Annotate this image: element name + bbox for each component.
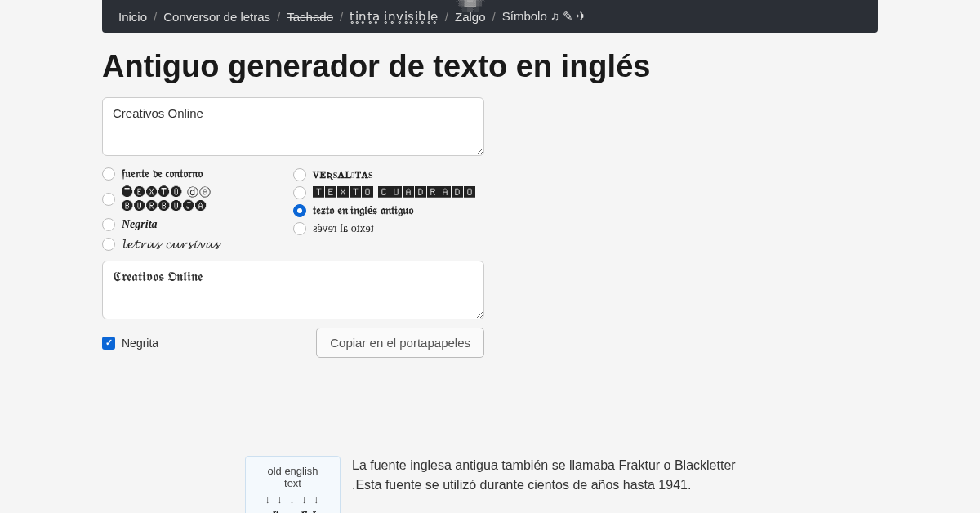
breadcrumb-sep: / <box>277 10 280 24</box>
breadcrumb-home[interactable]: Inicio <box>118 10 147 24</box>
radio-icon <box>293 222 306 235</box>
option-reverse[interactable]: texto al revés <box>293 222 484 235</box>
option-cursive[interactable]: 𝓵𝓮𝓽𝓻𝓪𝓼 𝓬𝓾𝓻𝓼𝓲𝓿𝓪𝓼 <box>102 236 293 252</box>
breadcrumb-symbol[interactable]: Símbolo ♫ ✎ ✈ <box>502 9 588 24</box>
breadcrumb-sep: / <box>445 10 448 24</box>
radio-icon <box>293 168 306 181</box>
breadcrumb-strike[interactable]: Tachado <box>287 10 333 24</box>
option-label: 🅣🅔🅧🅣🅞 ⓓⓔ 🅑🅤🅡🅑🅤🅙🅐 <box>122 185 293 213</box>
info-card-line3: 𝔬𝔩𝔡 𝔢𝔫𝔤𝔩𝔦𝔰𝔥 𝔱𝔢𝔵𝔱 <box>261 509 325 513</box>
info-text: La fuente inglesa antigua también se lla… <box>352 456 760 495</box>
breadcrumb-converter[interactable]: Conversor de letras <box>163 10 270 24</box>
options-col-2: ᴠᴇʀsᴀʟɪᴛᴀs 🆃🅴🆇🆃🅾 🅲🆄🅰🅳🆁🅰🅳🅾 𝔱𝔢𝔵𝔱𝔬 𝔢𝔫 𝔦𝔫𝔤𝔩é… <box>293 167 484 252</box>
info-section: old english text ↓ ↓ ↓ ↓ ↓ 𝔬𝔩𝔡 𝔢𝔫𝔤𝔩𝔦𝔰𝔥 𝔱… <box>245 456 878 513</box>
option-label: 🆃🅴🆇🆃🅾 🅲🆄🅰🅳🆁🅰🅳🅾 <box>313 186 476 199</box>
breadcrumb-invisible[interactable]: t̥i̥n̥t̥ḁ i̥n̥v̥i̥s̥i̥b̥l̥e̥ <box>350 9 439 24</box>
breadcrumb-zalgo[interactable]: Zalgo <box>455 10 486 24</box>
info-card-line1: old english text <box>261 465 325 489</box>
checkbox-label: Negrita <box>122 337 158 350</box>
output-controls: Negrita Copiar en el portapapeles <box>102 328 484 358</box>
option-label: Negrita <box>122 218 158 231</box>
option-label: 𝔣𝔲𝔢𝔫𝔱𝔢 𝔡𝔢 𝔠𝔬𝔫𝔱𝔬𝔯𝔫𝔬 <box>122 167 203 181</box>
breadcrumb-sep: / <box>340 10 343 24</box>
option-bold[interactable]: Negrita <box>102 218 293 231</box>
radio-icon <box>293 186 306 199</box>
checkbox-icon-checked <box>102 337 115 350</box>
radio-icon <box>102 193 115 206</box>
radio-icon <box>102 167 115 181</box>
zalgo-decoration: ░▒▓▒░▒▓▓▒░▒░ <box>455 0 486 10</box>
option-oldenglish[interactable]: 𝔱𝔢𝔵𝔱𝔬 𝔢𝔫 𝔦𝔫𝔤𝔩é𝔰 𝔞𝔫𝔱𝔦𝔤𝔲𝔬 <box>293 204 484 217</box>
bold-checkbox[interactable]: Negrita <box>102 337 158 350</box>
option-label: ᴠᴇʀsᴀʟɪᴛᴀs <box>313 167 373 181</box>
option-label: texto al revés <box>313 222 374 235</box>
info-card: old english text ↓ ↓ ↓ ↓ ↓ 𝔬𝔩𝔡 𝔢𝔫𝔤𝔩𝔦𝔰𝔥 𝔱… <box>245 456 341 513</box>
option-label: 𝓵𝓮𝓽𝓻𝓪𝓼 𝓬𝓾𝓻𝓼𝓲𝓿𝓪𝓼 <box>122 236 220 252</box>
option-square[interactable]: 🆃🅴🆇🆃🅾 🅲🆄🅰🅳🆁🅰🅳🅾 <box>293 186 484 199</box>
option-label: 𝔱𝔢𝔵𝔱𝔬 𝔢𝔫 𝔦𝔫𝔤𝔩é𝔰 𝔞𝔫𝔱𝔦𝔤𝔲𝔬 <box>313 204 413 217</box>
breadcrumb: Inicio / Conversor de letras / Tachado /… <box>118 9 588 24</box>
input-textarea[interactable] <box>102 97 484 156</box>
options-col-1: 𝔣𝔲𝔢𝔫𝔱𝔢 𝔡𝔢 𝔠𝔬𝔫𝔱𝔬𝔯𝔫𝔬 🅣🅔🅧🅣🅞 ⓓⓔ 🅑🅤🅡🅑🅤🅙🅐 Negr… <box>102 167 293 252</box>
breadcrumb-sep: / <box>154 10 157 24</box>
output-textarea[interactable] <box>102 261 484 319</box>
navbar: Inicio / Conversor de letras / Tachado /… <box>102 0 878 33</box>
options-group: 𝔣𝔲𝔢𝔫𝔱𝔢 𝔡𝔢 𝔠𝔬𝔫𝔱𝔬𝔯𝔫𝔬 🅣🅔🅧🅣🅞 ⓓⓔ 🅑🅤🅡🅑🅤🅙🅐 Negr… <box>102 167 878 252</box>
option-bubble[interactable]: 🅣🅔🅧🅣🅞 ⓓⓔ 🅑🅤🅡🅑🅤🅙🅐 <box>102 185 293 213</box>
breadcrumb-sep: / <box>492 10 496 24</box>
option-outline[interactable]: 𝔣𝔲𝔢𝔫𝔱𝔢 𝔡𝔢 𝔠𝔬𝔫𝔱𝔬𝔯𝔫𝔬 <box>102 167 293 181</box>
option-smallcaps[interactable]: ᴠᴇʀsᴀʟɪᴛᴀs <box>293 167 484 181</box>
page-title: Antiguo generador de texto en inglés <box>102 49 878 84</box>
info-card-arrows: ↓ ↓ ↓ ↓ ↓ <box>261 493 325 506</box>
radio-icon <box>102 238 115 251</box>
radio-icon-checked <box>293 204 306 217</box>
radio-icon <box>102 218 115 231</box>
copy-button[interactable]: Copiar en el portapapeles <box>316 328 484 358</box>
